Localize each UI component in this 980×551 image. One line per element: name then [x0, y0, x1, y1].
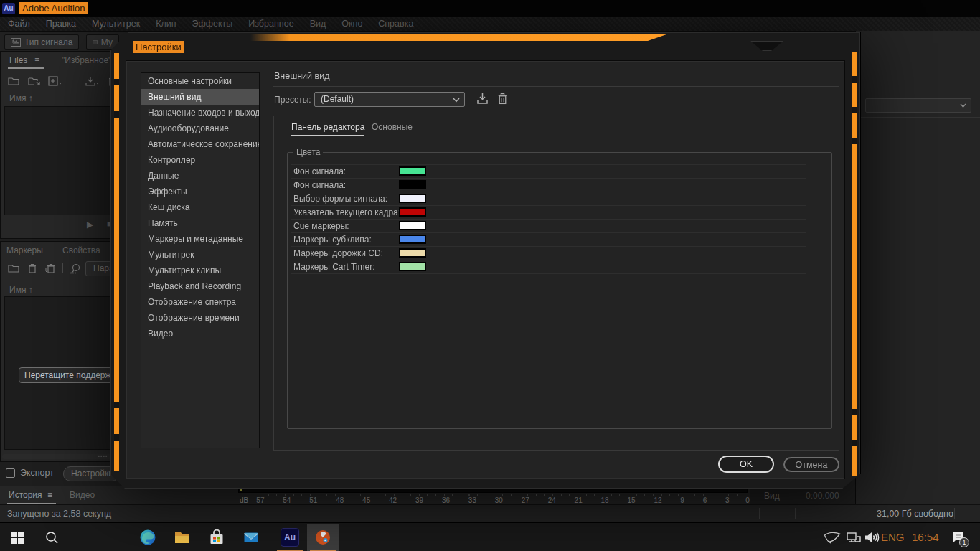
- waveform-editor-button[interactable]: Тип сигнала: [4, 34, 79, 50]
- color-swatch[interactable]: [399, 262, 426, 271]
- open-folder-icon[interactable]: [8, 76, 20, 86]
- menu-item[interactable]: Окно: [334, 19, 370, 29]
- color-swatch[interactable]: [399, 166, 426, 176]
- preferences-category[interactable]: Эффекты: [141, 184, 259, 199]
- start-button[interactable]: [6, 526, 29, 549]
- save-preset-icon[interactable]: [476, 93, 489, 105]
- menu-item[interactable]: Файл: [0, 19, 38, 29]
- taskbar-search-button[interactable]: [40, 526, 63, 549]
- taskbar-audition[interactable]: Au: [278, 526, 301, 549]
- export-bar: Экспорт Настройки экс: [0, 463, 118, 485]
- color-swatch[interactable]: [399, 235, 426, 244]
- scrollbar-grip[interactable]: [98, 455, 108, 458]
- color-setting-row: Фон сигнала:: [291, 165, 806, 179]
- color-swatch[interactable]: [399, 248, 426, 258]
- tab-history[interactable]: История: [9, 490, 42, 500]
- color-swatch[interactable]: [399, 180, 426, 189]
- history-menu-icon[interactable]: ≡: [47, 490, 52, 500]
- tab-video[interactable]: Видео: [70, 490, 95, 500]
- export-checkbox[interactable]: [6, 468, 15, 478]
- preferences-category[interactable]: Мультитрек: [141, 247, 259, 263]
- preferences-category[interactable]: Отображение времени: [141, 310, 259, 326]
- delete-preset-icon[interactable]: [496, 93, 509, 105]
- preferences-category[interactable]: Playback and Recording: [141, 278, 259, 294]
- preferences-category[interactable]: Мультитрек клипы: [141, 263, 259, 278]
- menu-item[interactable]: Избранное: [240, 19, 301, 29]
- preset-dropdown[interactable]: (Default): [314, 92, 465, 107]
- import-file-icon[interactable]: [28, 76, 41, 86]
- preferences-category[interactable]: Данные: [141, 168, 259, 184]
- preferences-category[interactable]: Внешний вид: [141, 89, 259, 105]
- audition-taskbar-icon: Au: [281, 528, 299, 547]
- menu-item[interactable]: Вид: [302, 19, 334, 29]
- tab-general[interactable]: Основные: [372, 122, 413, 132]
- view-start-value: 0:00.000: [806, 491, 839, 501]
- tab-files[interactable]: Files: [9, 55, 27, 65]
- tray-language[interactable]: ENG: [881, 531, 905, 543]
- meter-scale-label: -9: [678, 496, 684, 504]
- preferences-category[interactable]: Маркеры и метаданные: [141, 231, 259, 247]
- tray-clock[interactable]: 16:54: [912, 531, 939, 543]
- taskbar-mail[interactable]: [240, 526, 263, 549]
- tab-favorites[interactable]: "Избранное": [62, 55, 111, 65]
- ok-button[interactable]: OK: [718, 456, 774, 473]
- color-swatch[interactable]: [399, 221, 426, 230]
- preferences-category[interactable]: Аудиооборудование: [141, 121, 259, 136]
- save-file-icon[interactable]: [85, 76, 100, 86]
- preferences-category[interactable]: Видео: [141, 326, 259, 342]
- preferences-category[interactable]: Контроллер: [141, 152, 259, 168]
- play-button[interactable]: ▶: [87, 220, 93, 230]
- markers-delete-icon[interactable]: [28, 263, 37, 273]
- preferences-category[interactable]: Кеш диска: [141, 199, 259, 215]
- search-icon: [45, 531, 59, 545]
- preferences-category[interactable]: Отображение спектра: [141, 294, 259, 310]
- status-bar: Запущено за 2,58 секунд 31,00 Гб свободн…: [0, 504, 980, 522]
- meter-scale-label: -54: [281, 496, 291, 504]
- tab-editor-panel[interactable]: Панель редактора: [291, 122, 364, 136]
- sort-ascending-icon: ↑: [29, 93, 33, 103]
- statusbar-divider: [867, 508, 867, 519]
- markers-hscrollbar[interactable]: [2, 454, 116, 459]
- menu-item[interactable]: Клип: [148, 19, 184, 29]
- menu-item[interactable]: Правка: [38, 19, 84, 29]
- taskbar-file-explorer[interactable]: [171, 526, 194, 549]
- meter-scale-label: -18: [598, 496, 608, 504]
- files-list-empty[interactable]: [4, 106, 113, 215]
- tool-app-icon: [314, 529, 331, 546]
- color-setting-label: Маркеры Cart Timer:: [293, 260, 375, 274]
- tray-rog-utility[interactable]: [821, 526, 844, 549]
- presets-label: Пресеты:: [274, 95, 311, 105]
- markers-folder-icon[interactable]: [8, 263, 20, 273]
- preferences-category[interactable]: Основные настройки: [141, 73, 259, 89]
- files-panel: Files ≡ "Избранное" Имя ↑ ▶ ■: [0, 51, 118, 239]
- meter-scale-label: -21: [572, 496, 582, 504]
- tray-volume[interactable]: [860, 526, 883, 549]
- new-item-icon[interactable]: [48, 76, 62, 86]
- preferences-category-list[interactable]: Основные настройкиВнешний видНазначение …: [141, 72, 260, 448]
- markers-panel: Маркеры Свойства Парам Имя ↑: [0, 241, 118, 462]
- taskbar-edge[interactable]: [136, 526, 159, 549]
- tab-markers[interactable]: Маркеры: [6, 245, 43, 255]
- active-app-highlight[interactable]: [307, 524, 339, 551]
- menu-item[interactable]: Мультитрек: [84, 19, 148, 29]
- color-swatch[interactable]: [399, 207, 426, 217]
- meter-scale-label: -33: [466, 496, 476, 504]
- files-panel-menu-icon[interactable]: ≡: [34, 55, 39, 65]
- menu-item[interactable]: Эффекты: [184, 19, 240, 29]
- cancel-button[interactable]: Отмена: [783, 457, 839, 472]
- meter-scale-label: -24: [545, 496, 555, 504]
- menu-item[interactable]: Справка: [370, 19, 421, 29]
- markers-name-column[interactable]: Имя ↑: [9, 285, 33, 295]
- taskbar-ms-store[interactable]: [205, 526, 228, 549]
- section-title: Внешний вид: [274, 71, 329, 81]
- markers-search-icon[interactable]: [70, 263, 81, 274]
- preferences-category[interactable]: Назначение входов и выходов: [141, 105, 259, 121]
- dock-combobox[interactable]: [865, 98, 971, 113]
- markers-merge-icon[interactable]: [45, 263, 56, 273]
- color-swatch[interactable]: [399, 194, 426, 203]
- meter-scale-label: -39: [413, 496, 423, 504]
- preferences-category[interactable]: Память: [141, 215, 259, 231]
- preferences-category[interactable]: Автоматическое сохранение: [141, 136, 259, 152]
- files-name-column[interactable]: Имя ↑: [9, 93, 33, 103]
- tab-properties[interactable]: Свойства: [62, 245, 100, 255]
